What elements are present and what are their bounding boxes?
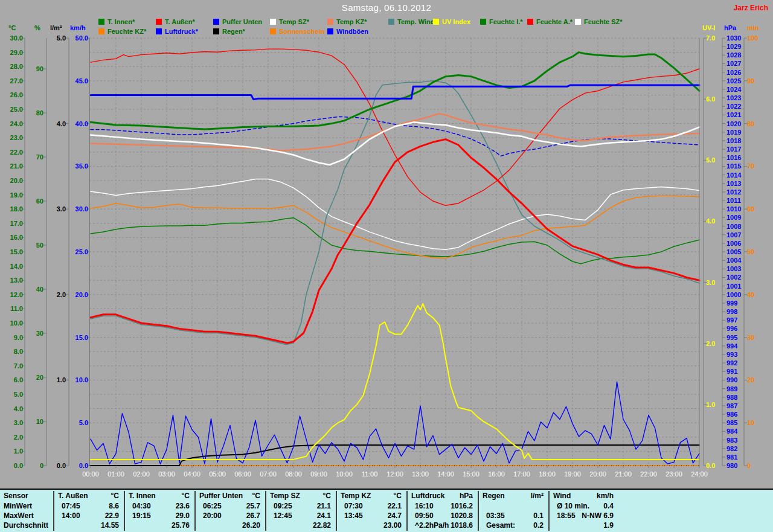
table-sensor-unit: °C xyxy=(341,492,402,500)
table-column-divider xyxy=(194,491,196,531)
table-row-label: MaxWert xyxy=(4,511,34,520)
axis-tick-label: 1001 xyxy=(726,283,753,290)
axis-tick-label: 5.0 xyxy=(0,391,23,398)
table-avg-value: 1018.6 xyxy=(415,521,473,530)
axis-tick-label: 35.0 xyxy=(62,162,88,170)
table-sensor-unit: °C xyxy=(129,492,190,500)
x-axis-tick-label: 09:00 xyxy=(305,470,333,478)
table-min-value: 25.7 xyxy=(203,502,260,510)
table-min-value: 0.4 xyxy=(557,502,614,510)
axis-tick-label: 70 xyxy=(747,162,773,170)
axis-tick-label: 60 xyxy=(747,205,773,213)
x-axis-tick-label: 24:00 xyxy=(685,470,713,478)
x-axis-tick-label: 14:00 xyxy=(432,470,460,478)
axis-tick-label: 30.0 xyxy=(0,34,23,42)
axis-tick-label: 0 xyxy=(747,462,773,469)
table-column-divider xyxy=(265,491,266,531)
axis-tick-label: 981 xyxy=(726,453,753,461)
axis-tick-label: 1.0 xyxy=(0,447,23,455)
axis-tick-label: 16.0 xyxy=(0,234,23,241)
statistics-table: SensorMinWertMaxWertDurchschnittT. Außen… xyxy=(0,489,773,532)
axis-tick-label: 1022 xyxy=(726,103,753,110)
axis-tick-label: 30 xyxy=(747,334,773,341)
axis-tick-label: 991 xyxy=(726,368,753,375)
table-avg-value: 23.00 xyxy=(344,521,402,530)
axis-tick-label: 100 xyxy=(747,34,773,42)
axis-tick-label: 992 xyxy=(726,359,753,367)
table-avg-value: 1.9 xyxy=(557,521,614,530)
axis-tick-label: 15.0 xyxy=(0,248,23,255)
x-axis-tick-label: 11:00 xyxy=(356,470,383,478)
axis-tick-label: 29.0 xyxy=(0,49,23,56)
axis-tick-label: 20.0 xyxy=(62,291,88,298)
axis-tick-label: 10.0 xyxy=(62,376,88,383)
x-axis-tick-label: 18:00 xyxy=(533,470,561,478)
x-axis-tick-label: 03:00 xyxy=(153,470,181,478)
axis-tick-label: 90 xyxy=(17,65,43,72)
axis-tick-label: 994 xyxy=(726,342,753,350)
axis-tick-label: 70 xyxy=(17,153,43,161)
axis-tick-label: 10.0 xyxy=(0,319,23,327)
table-min-value: 1016.2 xyxy=(415,502,473,510)
axis-tick-label: 993 xyxy=(726,351,753,358)
x-axis-tick-label: 19:00 xyxy=(559,470,586,478)
x-axis-tick-label: 22:00 xyxy=(635,470,662,478)
table-min-value: 23.6 xyxy=(132,502,190,510)
axis-tick-label: 90 xyxy=(747,77,773,85)
axis-tick-label: 997 xyxy=(726,316,753,324)
table-column-divider xyxy=(53,491,54,531)
x-axis-tick-label: 16:00 xyxy=(483,470,510,478)
axis-tick-label: 26.0 xyxy=(0,91,23,98)
table-max-value: 0.1 xyxy=(486,511,544,520)
table-min-value: 8.6 xyxy=(62,502,119,510)
table-avg-value: 26.20 xyxy=(203,521,260,530)
table-row-label: MinWert xyxy=(4,502,32,510)
axis-tick-label: 40.0 xyxy=(62,120,88,127)
axis-tick-label: 45.0 xyxy=(62,77,88,85)
axis-tick-label: 13.0 xyxy=(0,277,23,284)
axis-tick-label: 11.0 xyxy=(0,305,23,312)
axis-tick-label: 50.0 xyxy=(62,34,88,42)
axis-tick-label: 986 xyxy=(726,411,753,418)
table-row-label: Durchschnitt xyxy=(4,521,48,530)
axis-tick-label: 1006 xyxy=(726,240,753,247)
x-axis-tick-label: 01:00 xyxy=(102,470,130,478)
table-column-divider xyxy=(548,491,550,531)
axis-tick-label: 30 xyxy=(17,330,43,337)
weather-app-screen: Samstag, 06.10.2012 Jarz Erich T. Innen*… xyxy=(0,0,773,532)
axis-tick-label: 987 xyxy=(726,402,753,409)
axis-tick-label: 24.0 xyxy=(0,120,23,127)
axis-tick-label: 10 xyxy=(747,419,773,426)
table-max-value: 1020.8 xyxy=(415,511,473,520)
table-min-value: 21.1 xyxy=(274,502,331,510)
table-max-value: 22.9 xyxy=(62,511,119,520)
axis-tick-label: 17.0 xyxy=(0,220,23,227)
table-avg-value: 25.76 xyxy=(132,521,190,530)
axis-tick-label: 989 xyxy=(726,385,753,393)
x-axis-tick-label: 20:00 xyxy=(584,470,612,478)
axis-tick-label: 25.0 xyxy=(62,248,88,255)
x-axis-tick-label: 06:00 xyxy=(229,470,257,478)
x-axis-tick-label: 15:00 xyxy=(457,470,485,478)
table-sensor-unit: °C xyxy=(270,492,331,500)
x-axis-tick-label: 08:00 xyxy=(280,470,307,478)
table-column-divider xyxy=(336,491,337,531)
axis-tick-label: 20.0 xyxy=(0,177,23,184)
axis-tick-label: 15.0 xyxy=(62,334,88,341)
weather-chart-svg xyxy=(0,0,773,532)
axis-tick-label: 80 xyxy=(747,120,773,127)
axis-tick-label: 0.0 xyxy=(62,462,88,469)
axis-tick-label: 30.0 xyxy=(62,205,88,213)
x-axis-tick-label: 10:00 xyxy=(330,470,358,478)
axis-tick-label: 7.0 xyxy=(0,362,23,370)
table-avg-value: 14.55 xyxy=(62,521,119,530)
table-column-divider xyxy=(124,491,125,531)
table-max-value: 24.7 xyxy=(344,511,402,520)
table-sensor-unit: hPa xyxy=(411,492,473,500)
axis-tick-label: 1004 xyxy=(726,257,753,264)
table-min-value: 22.1 xyxy=(344,502,402,510)
axis-tick-label: 1016 xyxy=(726,154,753,161)
x-axis-tick-label: 05:00 xyxy=(204,470,231,478)
axis-tick-label: 40 xyxy=(747,291,773,298)
axis-tick-label: 4.0 xyxy=(0,405,23,412)
